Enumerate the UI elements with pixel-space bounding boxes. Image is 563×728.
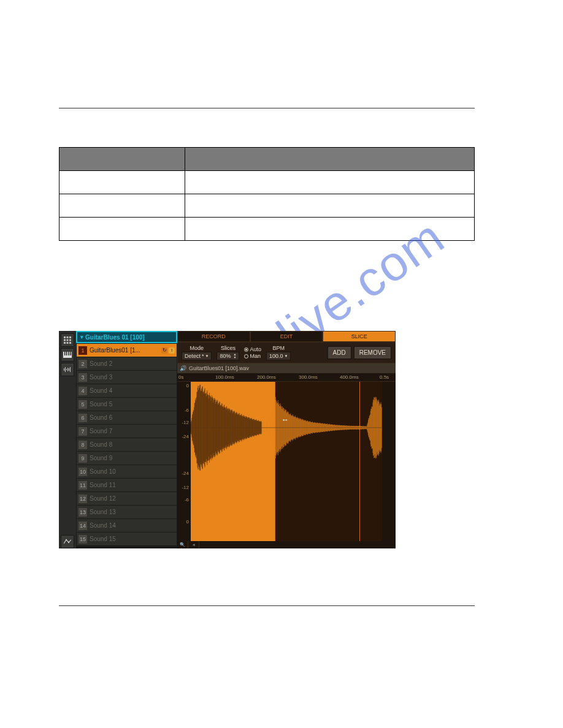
db-scale-left: 0 -6 -12 -24 -24 -12 -6 0 [177, 382, 191, 541]
chevron-down-icon: ▼ [205, 354, 209, 358]
rule-top [59, 108, 475, 108]
app-window: ▾ GuitarBlues 01 [100] 1GuitarBlues01 [1… [59, 331, 396, 548]
waveform-view[interactable]: 0 -6 -12 -24 -24 -12 -6 0 ↔ [177, 382, 396, 541]
loop-icon[interactable]: ↻ [161, 347, 167, 354]
sound-name: Sound 10 [90, 468, 175, 475]
sound-row[interactable]: 9Sound 9 [77, 452, 177, 464]
sound-name: Sound 3 [90, 374, 175, 381]
sound-badges: ↻! [161, 347, 175, 354]
sound-row[interactable]: 1GuitarBlues01 [1...↻! [77, 344, 177, 357]
sound-row[interactable]: 14Sound 14 [77, 519, 177, 532]
waveform-canvas[interactable]: ↔ [191, 382, 382, 541]
file-bar: 🔊 GuitarBlues01 [100].wav [177, 363, 396, 373]
tab-edit[interactable]: EDIT [250, 331, 323, 342]
sound-row[interactable]: 12Sound 12 [77, 492, 177, 505]
sound-row[interactable]: 4Sound 4 [77, 384, 177, 397]
svg-rect-16 [66, 369, 67, 370]
r3c2 [185, 218, 475, 241]
svg-rect-11 [66, 352, 67, 355]
sound-row[interactable]: 8Sound 8 [77, 438, 177, 451]
sound-name: GuitarBlues01 [1... [90, 347, 161, 354]
r2c1 [59, 194, 185, 218]
scroll-left-icon[interactable]: ◂ [188, 541, 199, 548]
mode-dropdown[interactable]: Detect*▼ [182, 352, 212, 360]
wave-view-icon[interactable] [61, 363, 74, 376]
svg-rect-19 [70, 367, 71, 372]
automation-icon[interactable] [61, 535, 74, 548]
ruler-tick: 0s [178, 374, 183, 380]
sound-index: 12 [79, 495, 87, 503]
radio-dot-icon [244, 347, 248, 352]
sound-name: Sound 11 [90, 482, 175, 488]
bpm-label: BPM [272, 345, 285, 351]
sound-name: Sound 8 [90, 441, 175, 448]
db-scale-right [382, 382, 396, 541]
slice-controls: Mode Detect*▼ Slices 80% ▲▼ Auto Man BPM [177, 342, 396, 363]
svg-rect-14 [64, 368, 64, 371]
automan-group: Auto Man [244, 346, 261, 359]
sound-index: 3 [79, 373, 87, 382]
svg-rect-7 [67, 342, 69, 344]
left-icon-rail [59, 331, 76, 548]
sound-row[interactable]: 7Sound 7 [77, 425, 177, 438]
sample-editor: RECORD EDIT SLICE Mode Detect*▼ Slices 8… [177, 331, 396, 548]
sound-index: 13 [79, 508, 87, 517]
svg-rect-6 [64, 342, 66, 344]
resize-cursor-icon: ↔ [282, 415, 289, 424]
sound-name: Sound 9 [90, 455, 175, 461]
sound-panel: ▾ GuitarBlues 01 [100] 1GuitarBlues01 [1… [76, 331, 177, 548]
stepper-icon: ▲▼ [234, 353, 237, 359]
editor-tabs: RECORD EDIT SLICE [177, 331, 396, 342]
bpm-group: BPM 100.0▼ [266, 345, 291, 360]
sound-row[interactable]: 13Sound 13 [77, 506, 177, 518]
ruler-tick: 400.0ms [340, 374, 359, 380]
auto-radio[interactable]: Auto [244, 346, 261, 352]
sound-index: 1 [79, 346, 87, 355]
scrollbar-track[interactable] [199, 541, 396, 548]
sound-index: 10 [79, 468, 87, 476]
ruler-tick: 300.0ms [299, 374, 318, 380]
grid-view-icon[interactable] [61, 333, 74, 347]
group-header[interactable]: ▾ GuitarBlues 01 [100] [76, 331, 177, 343]
sound-index: 4 [79, 387, 87, 395]
man-radio[interactable]: Man [244, 353, 261, 359]
speaker-icon[interactable]: 🔊 [180, 365, 186, 371]
sound-row[interactable]: 3Sound 3 [77, 371, 177, 384]
sound-name: Sound 6 [90, 414, 175, 421]
tab-slice[interactable]: SLICE [323, 331, 396, 342]
svg-rect-15 [65, 367, 66, 372]
sound-name: Sound 15 [90, 536, 175, 542]
sound-name: Sound 12 [90, 495, 175, 502]
spec-table [59, 147, 475, 241]
sound-row[interactable]: 2Sound 2 [77, 357, 177, 370]
r2c2 [185, 194, 475, 218]
sound-index: 11 [79, 481, 87, 490]
sound-row[interactable]: 10Sound 10 [77, 465, 177, 478]
tab-record[interactable]: RECORD [177, 331, 250, 342]
svg-point-20 [66, 539, 67, 540]
slices-spinner[interactable]: 80% ▲▼ [216, 352, 239, 360]
svg-rect-10 [64, 352, 66, 355]
sound-name: Sound 7 [90, 428, 175, 434]
sound-row[interactable]: 11Sound 11 [77, 479, 177, 491]
sound-name: Sound 4 [90, 387, 175, 394]
zoom-icon[interactable]: 🔍 [177, 541, 188, 548]
sound-row[interactable]: 5Sound 5 [77, 398, 177, 411]
svg-rect-5 [69, 339, 71, 341]
chevron-down-icon: ▼ [285, 354, 288, 358]
sound-list: 1GuitarBlues01 [1...↻!2Sound 23Sound 34S… [76, 343, 177, 548]
add-button[interactable]: ADD [327, 346, 351, 359]
ruler-tick: 200.0ms [257, 374, 276, 380]
time-ruler[interactable]: 0s 100.0ms 200.0ms 300.0ms 400.0ms 0.5s [177, 373, 396, 382]
keyboard-view-icon[interactable] [61, 348, 74, 362]
info-icon[interactable]: ! [169, 347, 175, 354]
sound-name: Sound 13 [90, 509, 175, 515]
r1c2 [185, 171, 475, 194]
sound-row[interactable]: 6Sound 6 [77, 411, 177, 424]
r1c1 [59, 171, 185, 194]
sound-row[interactable]: 15Sound 15 [77, 533, 177, 545]
mode-group: Mode Detect*▼ [182, 345, 212, 360]
bpm-dropdown[interactable]: 100.0▼ [266, 352, 291, 360]
radio-dot-icon [244, 354, 248, 358]
remove-button[interactable]: REMOVE [354, 346, 391, 359]
